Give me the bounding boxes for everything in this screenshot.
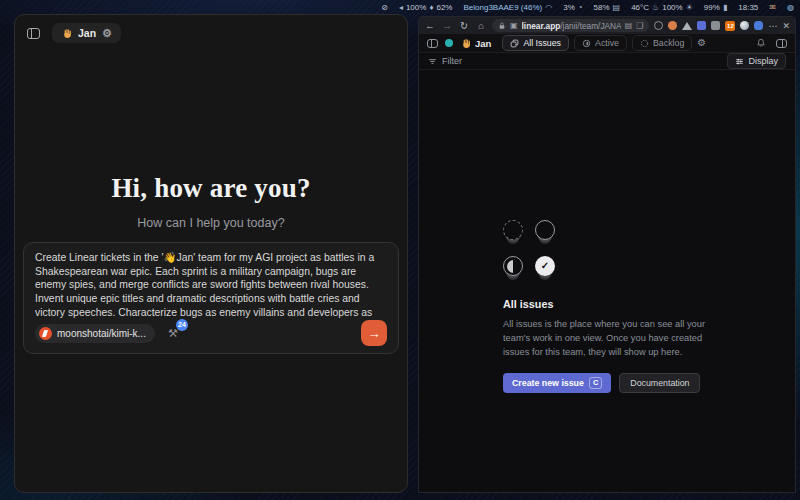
- battery-icon: ▮: [723, 3, 727, 12]
- reader-icon[interactable]: ❑: [636, 21, 643, 30]
- linear-filter-row: Filter Display: [419, 53, 795, 70]
- jan-app-window: Jan ⚙ Hi, how are you? How can I help yo…: [14, 14, 408, 493]
- tab-backlog[interactable]: Backlog: [632, 35, 692, 51]
- address-bar[interactable]: ▣ linear.app/janii/team/JANAPP/all ▤ ❑: [492, 19, 649, 32]
- browser-toolbar: ← → ↻ ⌂ ▣ linear.app/janii/team/JANAPP/a…: [419, 17, 795, 34]
- temp-brightness-status: 46°C♨100%☀: [631, 3, 693, 12]
- in-progress-state-icon: [503, 256, 523, 276]
- documentation-button[interactable]: Documentation: [619, 373, 700, 393]
- clock: 18:35: [738, 3, 758, 12]
- cpu-icon: ◔: [578, 3, 583, 12]
- greeting-title: Hi, how are you?: [15, 173, 407, 204]
- tools-button[interactable]: ⚒24: [165, 325, 181, 341]
- extension-badge-icon[interactable]: 12: [725, 21, 735, 31]
- extension-icon[interactable]: [740, 21, 749, 30]
- composer-toolbar: moonshotai/kimi-k... ⚒24 →: [35, 319, 387, 347]
- battery-status: 99%▮: [704, 3, 727, 12]
- tab-all-issues[interactable]: All Issues: [502, 35, 569, 51]
- team-selector[interactable]: Jan ⚙: [52, 23, 121, 43]
- audio-status: ◂100%♦62%: [399, 3, 453, 12]
- filter-icon: [428, 57, 437, 66]
- linear-team-label[interactable]: Jan: [460, 38, 491, 49]
- extension-icon[interactable]: [711, 21, 720, 30]
- bell-icon[interactable]: [756, 38, 766, 48]
- send-arrow-icon: →: [368, 326, 381, 341]
- todo-state-icon: [535, 220, 555, 240]
- chat-composer[interactable]: Create Linear tickets in the '👋Jan' team…: [23, 242, 399, 354]
- extension-icon[interactable]: [668, 21, 677, 30]
- model-name: moonshotai/kimi-k...: [57, 328, 146, 339]
- reload-icon[interactable]: ↻: [458, 20, 470, 31]
- prompt-input[interactable]: Create Linear tickets in the '👋Jan' team…: [35, 251, 387, 319]
- mic-icon: ♦: [429, 3, 433, 12]
- shortcut-badge: C: [589, 377, 602, 389]
- moonshot-logo-icon: [39, 327, 52, 340]
- wifi-status: Belong3BAAE9 (46%)◠: [463, 3, 552, 12]
- wave-hand-icon: [460, 38, 471, 49]
- extension-icon[interactable]: [682, 22, 692, 30]
- right-panel-toggle-icon[interactable]: [776, 39, 787, 48]
- filter-button[interactable]: Filter: [428, 56, 462, 66]
- linear-header: Jan All Issues Active Backlog ⚙: [419, 34, 795, 53]
- forward-icon[interactable]: →: [441, 20, 453, 31]
- home-icon[interactable]: ⌂: [475, 20, 487, 31]
- empty-state: ✓ All issues All issues is the place whe…: [503, 220, 711, 393]
- create-new-issue-button[interactable]: Create new issue C: [503, 373, 611, 393]
- view-settings-icon[interactable]: ⚙: [697, 38, 706, 48]
- cpu-status: 3%◔: [563, 3, 582, 12]
- back-icon[interactable]: ←: [424, 20, 436, 31]
- model-selector[interactable]: moonshotai/kimi-k...: [35, 324, 155, 343]
- system-status-bar: ⊘ ◂100%♦62% Belong3BAAE9 (46%)◠ 3%◔ 58%▤…: [0, 0, 800, 14]
- bookmark-doc-icon[interactable]: ▤: [625, 21, 633, 30]
- empty-state-buttons: Create new issue C Documentation: [503, 373, 711, 393]
- site-settings-icon[interactable]: ▣: [510, 21, 518, 30]
- close-icon[interactable]: ✕: [782, 21, 790, 31]
- overflow-menu-icon[interactable]: ⋯: [768, 21, 777, 31]
- tab-active[interactable]: Active: [574, 35, 627, 51]
- wifi-icon: ◠: [545, 3, 552, 12]
- desktop: { "statusbar": { "dnd_icon": "⊘", "volum…: [0, 0, 800, 500]
- extension-icon[interactable]: [754, 21, 763, 30]
- lock-icon: [498, 22, 506, 30]
- volume-icon: ◂: [399, 3, 403, 12]
- send-button[interactable]: →: [361, 320, 387, 346]
- display-sliders-icon: [735, 57, 744, 66]
- team-name: Jan: [78, 27, 96, 39]
- tools-count-badge: 24: [176, 319, 188, 331]
- extension-icon[interactable]: [654, 21, 663, 30]
- done-state-icon: ✓: [535, 256, 555, 276]
- gear-icon[interactable]: ⚙: [102, 28, 112, 39]
- backlog-icon: [640, 39, 649, 48]
- linear-sidebar-toggle-icon[interactable]: [427, 39, 438, 48]
- tray-globe-icon[interactable]: ◍: [787, 3, 794, 12]
- backlog-state-icon: [503, 220, 523, 240]
- thermometer-icon: ♨: [652, 3, 659, 12]
- empty-state-description: All issues is the place where you can se…: [503, 318, 711, 360]
- sidebar-toggle-icon[interactable]: [27, 28, 40, 39]
- active-icon: [582, 39, 591, 48]
- issue-state-icons: ✓: [503, 220, 711, 278]
- mail-icon[interactable]: ✉: [769, 3, 776, 12]
- empty-state-title: All issues: [503, 298, 711, 310]
- all-issues-icon: [510, 39, 519, 48]
- jan-titlebar: Jan ⚙: [15, 15, 407, 51]
- greeting-subtitle: How can I help you today?: [15, 216, 407, 230]
- wave-hand-icon: [61, 28, 72, 39]
- dnd-icon: ⊘: [381, 3, 388, 12]
- memory-icon: ▤: [613, 3, 621, 12]
- linear-view-tabs: All Issues Active Backlog ⚙: [502, 35, 706, 51]
- brightness-icon: ☀: [686, 3, 693, 12]
- extension-row: 12: [654, 21, 763, 31]
- linear-content: ✓ All issues All issues is the place whe…: [419, 70, 795, 493]
- extension-icon[interactable]: [697, 21, 706, 30]
- url-text: linear.app/janii/team/JANAPP/all: [522, 21, 621, 31]
- greeting-block: Hi, how are you? How can I help you toda…: [15, 173, 407, 230]
- memory-status: 58%▤: [594, 3, 621, 12]
- team-color-dot: [445, 39, 453, 47]
- browser-window: ← → ↻ ⌂ ▣ linear.app/janii/team/JANAPP/a…: [418, 16, 796, 493]
- linear-header-right: [756, 38, 787, 48]
- display-button[interactable]: Display: [727, 53, 786, 69]
